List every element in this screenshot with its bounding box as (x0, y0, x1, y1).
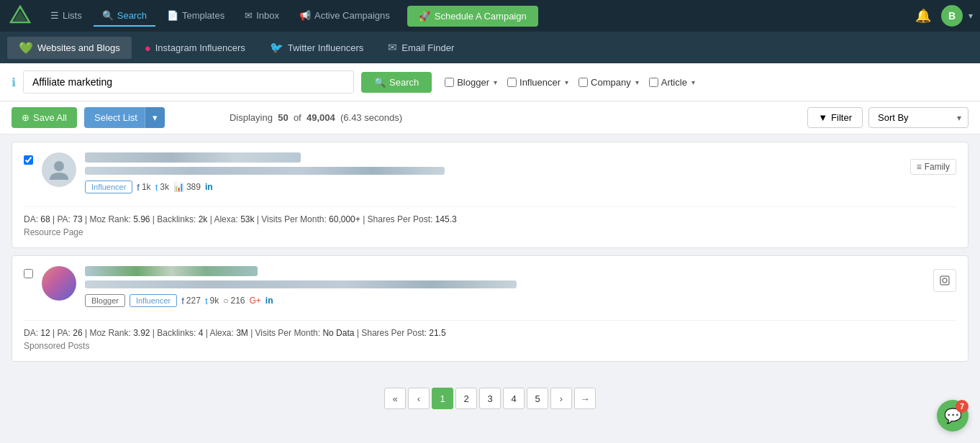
sub-nav-websites[interactable]: 💚 Websites and Blogs (7, 37, 132, 59)
filter-influencer[interactable]: Influencer ▾ (507, 77, 568, 88)
page-next-button[interactable]: › (550, 388, 572, 409)
search-input[interactable] (23, 70, 354, 93)
svg-point-2 (54, 161, 64, 171)
page-3-button[interactable]: 3 (479, 388, 501, 409)
rocket-icon: 🚀 (419, 11, 430, 22)
list-icon: ≡ (917, 162, 922, 172)
search-nav-icon: 🔍 (102, 10, 114, 21)
page-1-button[interactable]: 1 (432, 388, 453, 409)
company-dropdown-icon: ▾ (635, 78, 639, 86)
social-gplus-2: G+ (249, 296, 260, 306)
schedule-campaign-button[interactable]: 🚀 Schedule A Campaign (407, 6, 538, 27)
social-linkedin-2: in (266, 296, 273, 306)
result-icon-btn-2[interactable] (933, 269, 956, 292)
facebook-icon-2: f (181, 296, 184, 306)
nav-item-active-campaigns[interactable]: 📢 Active Campaigns (291, 6, 399, 27)
websites-icon: 💚 (19, 41, 33, 55)
user-menu-chevron-icon[interactable]: ▾ (968, 11, 973, 21)
circle-icon-2: ○ (223, 296, 228, 306)
result-checkbox-1[interactable] (24, 155, 33, 165)
result-meta-1: DA: 68 | PA: 73 | Moz Rank: 5.96 | Backl… (24, 206, 956, 224)
result-type-1: Resource Page (24, 227, 956, 237)
result-avatar-1 (42, 152, 76, 187)
result-title-row-1: ≡ Family (85, 152, 956, 181)
page-4-button[interactable]: 4 (503, 388, 525, 409)
filter-blogger[interactable]: Blogger ▾ (445, 77, 497, 88)
tag-influencer-1: Influencer (85, 181, 132, 193)
tag-influencer-2: Influencer (130, 294, 177, 307)
filter-company[interactable]: Company ▾ (579, 77, 639, 88)
page-next-next-button[interactable]: → (574, 388, 596, 409)
social-other-1: 📊 389 (173, 182, 201, 192)
select-list-chevron-icon: ▾ (153, 112, 158, 123)
sub-nav-email[interactable]: ✉ Email Finder (376, 37, 466, 58)
page-prev-button[interactable]: ‹ (408, 388, 430, 409)
select-list-button[interactable]: Select List (84, 107, 148, 128)
result-card-inner-2: Blogger Influencer f 227 t 9k ○ 216 G+ (24, 266, 956, 313)
result-card-inner: ≡ Family Influencer f 1k t 3k 📊 389 (24, 152, 956, 199)
sort-by-select[interactable]: Sort By Relevance DA PA Moz Rank Visits … (868, 107, 968, 128)
article-dropdown-icon: ▾ (691, 78, 695, 86)
save-all-button[interactable]: ⊕ Save All (12, 107, 77, 128)
linkedin-icon-1: in (205, 182, 213, 192)
filter-icon: ▼ (818, 112, 827, 123)
article-checkbox[interactable] (649, 78, 658, 87)
page-5-button[interactable]: 5 (527, 388, 548, 409)
select-list-dropdown-button[interactable]: ▾ (145, 107, 165, 128)
result-type-2: Sponsored Posts (24, 341, 956, 351)
social-facebook-2: f 227 (181, 296, 201, 306)
result-badge-1: ≡ Family (910, 159, 956, 175)
nav-item-templates[interactable]: 📄 Templates (158, 6, 233, 27)
filter-checkboxes: Blogger ▾ Influencer ▾ Company ▾ Article… (445, 77, 695, 88)
page-prev-prev-button[interactable]: « (384, 388, 406, 409)
page-2-button[interactable]: 2 (455, 388, 477, 409)
twitter-icon: 🐦 (270, 41, 283, 54)
nav-item-search[interactable]: 🔍 Search (94, 6, 155, 27)
blogger-checkbox[interactable] (445, 78, 454, 87)
result-card: ≡ Family Influencer f 1k t 3k 📊 389 (12, 142, 968, 248)
svg-point-4 (943, 278, 947, 283)
filter-article[interactable]: Article ▾ (649, 77, 695, 88)
select-list-group: Select List ▾ (84, 107, 165, 128)
company-checkbox[interactable] (579, 78, 588, 87)
sub-nav-twitter[interactable]: 🐦 Twitter Influencers (258, 37, 376, 58)
gplus-icon-2: G+ (249, 296, 260, 306)
logo[interactable] (7, 3, 33, 29)
toolbar: ⊕ Save All Select List ▾ Displaying 50 o… (0, 101, 980, 134)
result-title-blurred-2 (85, 266, 933, 294)
chat-badge: 7 (956, 400, 968, 413)
sub-nav: 💚 Websites and Blogs ● Instagram Influen… (0, 32, 980, 63)
result-tags-1: Influencer f 1k t 3k 📊 389 in (85, 181, 956, 193)
sort-wrapper: Sort By Relevance DA PA Moz Rank Visits … (868, 107, 968, 128)
result-checkbox-2[interactable] (24, 269, 33, 278)
result-meta-2: DA: 12 | PA: 26 | Moz Rank: 3.92 | Backl… (24, 320, 956, 338)
result-tags-2: Blogger Influencer f 227 t 9k ○ 216 G+ (85, 294, 956, 307)
linkedin-icon-2: in (266, 296, 273, 306)
pagination: « ‹ 1 2 3 4 5 › → (0, 376, 980, 421)
instagram-icon: ● (145, 42, 151, 54)
blogger-dropdown-icon: ▾ (494, 78, 497, 86)
notification-bell-icon[interactable]: 🔔 (908, 8, 938, 24)
sub-nav-instagram[interactable]: ● Instagram Influencers (133, 37, 257, 58)
search-button[interactable]: 🔍 Search (361, 72, 432, 93)
templates-icon: 📄 (167, 10, 178, 21)
nav-item-lists[interactable]: ☰ Lists (42, 6, 91, 27)
tag-blogger-2: Blogger (85, 294, 125, 307)
social-facebook-1: f 1k (137, 182, 150, 193)
result-content-2: Blogger Influencer f 227 t 9k ○ 216 G+ (85, 266, 956, 313)
facebook-icon: f (137, 182, 140, 193)
influencer-checkbox[interactable] (507, 78, 517, 87)
nav-item-inbox[interactable]: ✉ Inbox (236, 6, 288, 27)
results-info: Displaying 50 of 49,004 (6.43 seconds) (230, 112, 402, 123)
filter-button[interactable]: ▼ Filter (807, 107, 863, 128)
result-title-blurred-1 (85, 152, 910, 181)
svg-rect-3 (940, 276, 949, 285)
search-bar-container: ℹ 🔍 Search Blogger ▾ Influencer ▾ Compan… (0, 63, 980, 101)
search-info-icon[interactable]: ℹ (12, 76, 16, 89)
inbox-icon: ✉ (245, 10, 253, 21)
social-twitter-1: t 3k (155, 182, 169, 193)
user-avatar[interactable]: B (941, 5, 963, 27)
plus-circle-icon: ⊕ (22, 112, 30, 123)
other-icon-1: 📊 (173, 182, 184, 192)
campaigns-icon: 📢 (299, 10, 311, 21)
